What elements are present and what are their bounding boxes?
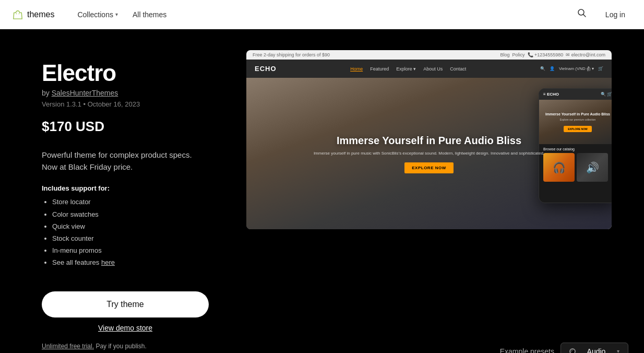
presets-bar: Example presets Audio ▾ (500, 343, 628, 353)
free-trial-text: Unlimited free trial. Pay if you publish… (42, 343, 209, 350)
theme-details-panel: Electro by SalesHunterThemes Version 1.3… (0, 29, 219, 353)
login-button[interactable]: Log in (599, 6, 631, 23)
preview-hero: Immerse Yourself in Pure Audio Bliss Imm… (246, 78, 612, 229)
list-item: In-menu promos (52, 246, 193, 255)
speaker-image: 🔊 (577, 153, 608, 182)
hero-title: Immerse Yourself in Pure Audio Bliss (314, 134, 544, 147)
preview-nav-link: Contact (450, 66, 466, 72)
all-themes-nav-item[interactable]: All themes (126, 6, 173, 23)
presets-label: Example presets (500, 347, 554, 353)
catalog-item-speaker: 🔊 (577, 153, 608, 182)
list-item: Store locator (52, 197, 193, 207)
theme-price: $170 USD (42, 119, 193, 135)
includes-label: Includes support for: (42, 184, 193, 192)
mobile-hero-text: Immerse Yourself in Pure Audio Bliss (545, 112, 610, 116)
main-nav: Collections ▾ All themes (71, 6, 573, 23)
free-trial-link[interactable]: Unlimited free trial. (42, 343, 94, 350)
presets-dropdown[interactable]: Audio ▾ (560, 343, 628, 353)
list-item: Color swatches (52, 210, 193, 219)
headphones-image: 🎧 (543, 153, 575, 182)
preview-container: Free 2-day shipping for orders of $90 Bl… (246, 50, 612, 229)
header: themes Collections ▾ All themes Log in (0, 0, 644, 29)
theme-version: Version 1.3.1 • October 16, 2023 (42, 100, 193, 108)
list-item: See all features here (52, 258, 193, 267)
features-list: Store locator Color swatches Quick view … (42, 197, 193, 270)
try-theme-button[interactable]: Try theme (42, 291, 209, 317)
hero-text-block: Immerse Yourself in Pure Audio Bliss Imm… (314, 134, 544, 173)
mobile-hero-cta[interactable]: EXPLORE NOW (564, 126, 592, 132)
header-actions: Log in (573, 4, 631, 25)
preview-nav-link: Featured (370, 66, 389, 72)
search-icon (577, 8, 587, 18)
preview-nav-link: About Us (423, 66, 443, 72)
mobile-catalog-title: Browse our catalog (539, 144, 612, 153)
chevron-down-icon: ▾ (115, 11, 118, 17)
see-all-features-link[interactable]: here (101, 258, 115, 266)
logo-text: themes (27, 10, 54, 19)
list-item: Quick view (52, 222, 193, 231)
shopify-bag-icon (13, 9, 23, 20)
preview-nav-link: Home (350, 66, 363, 72)
hero-cta-button[interactable]: EXPLORE NOW (404, 162, 454, 173)
preview-top-bar: Free 2-day shipping for orders of $90 Bl… (246, 50, 612, 60)
hero-subtitle: Immerse yourself in pure music with Soni… (314, 151, 544, 156)
preset-color-dot (569, 348, 576, 353)
svg-line-1 (583, 15, 586, 17)
preview-nav: ECHO Home Featured Explore ▾ About Us Co… (246, 60, 612, 78)
view-demo-link[interactable]: View demo store (42, 324, 209, 332)
list-item: Stock counter (52, 234, 193, 243)
theme-description: Powerful theme for complex product specs… (42, 149, 193, 173)
collections-nav-item[interactable]: Collections ▾ (71, 6, 124, 23)
catalog-item-headphones: 🎧 (543, 153, 575, 182)
preview-store-logo: ECHO (255, 65, 277, 73)
author-link[interactable]: SalesHunterThemes (52, 89, 118, 97)
chevron-down-icon: ▾ (617, 348, 619, 353)
mobile-hero: Immerse Yourself in Pure Audio Bliss Exp… (539, 100, 612, 144)
preview-nav-links: Home Featured Explore ▾ About Us Contact (350, 66, 466, 72)
theme-author: by SalesHunterThemes (42, 89, 193, 97)
mobile-logo: ≡ ECHO (543, 92, 559, 97)
preview-nav-actions: 🔍 👤 Vietnam (VND ₫) ▾ 🛒 (540, 66, 603, 71)
mobile-catalog-grid: 🎧 🔊 (539, 153, 612, 182)
search-button[interactable] (573, 4, 591, 25)
mobile-preview-overlay: ≡ ECHO 🔍 🛒 Immerse Yourself in Pure Audi… (539, 88, 612, 203)
preset-name: Audio (587, 347, 606, 353)
theme-title: Electro (42, 61, 193, 86)
mobile-nav-bar: ≡ ECHO 🔍 🛒 (539, 89, 612, 100)
main-content: Electro by SalesHunterThemes Version 1.3… (0, 29, 644, 353)
preview-nav-link: Explore ▾ (396, 66, 416, 72)
theme-preview-panel: Free 2-day shipping for orders of $90 Bl… (219, 29, 644, 353)
logo[interactable]: themes (13, 9, 54, 20)
